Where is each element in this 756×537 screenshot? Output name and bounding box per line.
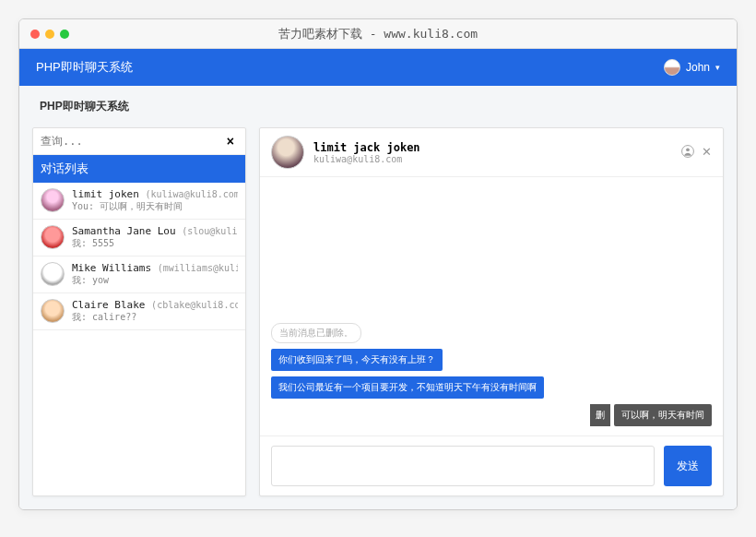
user-name-label: John: [686, 61, 710, 74]
app-body: PHP即时聊天系统 John ▾ PHP即时聊天系统 × 对话列表: [19, 49, 737, 509]
content-area: × 对话列表 limit joken (kuliwa@kuli8.com) Yo…: [19, 127, 737, 509]
app-header: PHP即时聊天系统 John ▾: [19, 49, 737, 86]
app-title: PHP即时聊天系统: [36, 59, 133, 76]
conversation-sidebar: × 对话列表 limit joken (kuliwa@kuli8.com) Yo…: [32, 127, 246, 496]
chat-header: limit jack joken kuliwa@kuli8.com ✕: [260, 128, 723, 177]
clear-search-icon[interactable]: ×: [223, 134, 238, 149]
message-outgoing-row: 删 可以啊，明天有时间: [590, 404, 712, 426]
conversation-name: Claire Blake (cblake@kuli8.com): [72, 299, 238, 311]
message-incoming: 我们公司最近有一个项目要开发，不知道明天下午有没有时间啊: [271, 376, 544, 399]
conversation-item[interactable]: Samantha Jane Lou (slou@kuli8.com) 我: 55…: [33, 220, 245, 257]
user-avatar-icon: [664, 59, 680, 76]
conversation-text: limit joken (kuliwa@kuli8.com) You: 可以啊，…: [72, 188, 238, 213]
message-deleted-notice: 当前消息已删除。: [271, 323, 361, 343]
conversation-name: Samantha Jane Lou (slou@kuli8.com): [72, 225, 238, 237]
conversation-list: limit joken (kuliwa@kuli8.com) You: 可以啊，…: [33, 183, 245, 495]
conversation-snippet: 我: calire??: [72, 311, 238, 324]
chat-input-row: 发送: [260, 436, 723, 495]
conversation-snippet: You: 可以啊，明天有时间: [72, 200, 238, 213]
page-subtitle: PHP即时聊天系统: [19, 86, 737, 127]
search-input[interactable]: [41, 135, 223, 148]
search-row: ×: [33, 128, 245, 155]
user-menu[interactable]: John ▾: [664, 59, 720, 76]
chat-body: 当前消息已删除。 你们收到回来了吗，今天有没有上班？ 我们公司最近有一个项目要开…: [260, 177, 723, 436]
browser-window: 苦力吧素材下载 - www.kuli8.com PHP即时聊天系统 John ▾…: [18, 18, 738, 510]
close-chat-icon[interactable]: ✕: [702, 145, 712, 161]
avatar-icon: [41, 225, 65, 249]
browser-title: 苦力吧素材下载 - www.kuli8.com: [19, 26, 737, 42]
conversation-text: Claire Blake (cblake@kuli8.com) 我: calir…: [72, 299, 238, 324]
conversation-list-header: 对话列表: [33, 155, 245, 183]
conversation-item[interactable]: Mike Williams (mwilliams@kuli8.com) 我: y…: [33, 257, 245, 293]
browser-titlebar: 苦力吧素材下载 - www.kuli8.com: [19, 19, 737, 49]
conversation-name: limit joken (kuliwa@kuli8.com): [72, 188, 238, 200]
message-outgoing: 可以啊，明天有时间: [614, 404, 712, 426]
send-button[interactable]: 发送: [664, 446, 712, 486]
chat-avatar-icon: [271, 136, 304, 169]
user-profile-icon[interactable]: [681, 145, 694, 161]
message-incoming: 你们收到回来了吗，今天有没有上班？: [271, 349, 443, 371]
conversation-text: Samantha Jane Lou (slou@kuli8.com) 我: 55…: [72, 225, 238, 250]
svg-point-1: [686, 148, 690, 151]
chat-contact-email: kuliwa@kuli8.com: [313, 154, 672, 164]
conversation-text: Mike Williams (mwilliams@kuli8.com) 我: y…: [72, 262, 238, 287]
chat-contact-name: limit jack joken: [313, 141, 672, 154]
chevron-down-icon: ▾: [715, 63, 720, 72]
chat-pane: limit jack joken kuliwa@kuli8.com ✕ 当前消息…: [259, 127, 724, 496]
chat-title-block: limit jack joken kuliwa@kuli8.com: [313, 141, 672, 164]
avatar-icon: [41, 299, 65, 323]
conversation-name: Mike Williams (mwilliams@kuli8.com): [72, 262, 238, 274]
chat-header-actions: ✕: [681, 145, 712, 161]
message-input[interactable]: [271, 446, 655, 486]
conversation-snippet: 我: 5555: [72, 237, 238, 250]
conversation-item[interactable]: Claire Blake (cblake@kuli8.com) 我: calir…: [33, 293, 245, 330]
delete-message-button[interactable]: 删: [590, 404, 610, 426]
avatar-icon: [41, 188, 65, 212]
avatar-icon: [41, 262, 65, 286]
conversation-snippet: 我: yow: [72, 274, 238, 287]
conversation-item[interactable]: limit joken (kuliwa@kuli8.com) You: 可以啊，…: [33, 183, 245, 220]
